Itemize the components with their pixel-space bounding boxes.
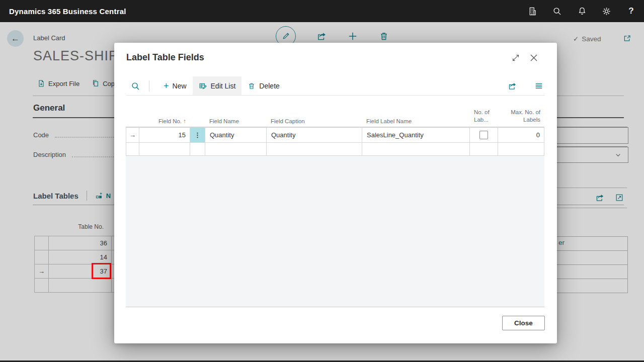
app-title: Dynamics 365 Business Central — [9, 7, 126, 16]
fields-grid: Field No. ↑ Field Name Field Caption Fie… — [126, 106, 544, 307]
field-caption-cell[interactable] — [267, 143, 362, 156]
dialog-toolbar: + New Edit List Delete — [114, 76, 557, 96]
no-of-labels-header[interactable]: No. ofLab... — [470, 109, 498, 124]
max-no-of-labels-cell[interactable]: 0 — [498, 127, 544, 143]
new-button[interactable]: + New — [157, 76, 193, 96]
current-row-arrow-icon: → — [129, 131, 136, 139]
grid-header-row: Field No. ↑ Field Name Field Caption Fie… — [126, 106, 544, 127]
no-of-labels-cell — [470, 127, 498, 143]
grid-empty-area — [126, 156, 544, 307]
label-table-fields-dialog: Label Table Fields + New Edit List Delet… — [114, 43, 557, 343]
grid-data-row: → 15 ⋮ Quantity Quantity SalesLine_Quant… — [126, 127, 544, 143]
row-indicator-cell: → — [126, 127, 139, 143]
max-no-of-labels-header[interactable]: Max. No. ofLabels — [498, 109, 544, 124]
row-options-icon: ⋮ — [194, 131, 201, 139]
topbar-icon-group: ? — [528, 7, 644, 16]
field-no-cell[interactable] — [139, 143, 190, 156]
max-no-of-labels-cell[interactable] — [498, 143, 544, 156]
field-no-cell[interactable]: 15 — [139, 127, 190, 143]
click-highlight-annotation — [92, 263, 111, 279]
field-caption-header[interactable]: Field Caption — [267, 118, 362, 124]
close-icon[interactable] — [529, 53, 539, 63]
field-caption-cell[interactable]: Quantity — [267, 127, 362, 143]
top-navigation-bar: Dynamics 365 Business Central ? — [0, 0, 644, 22]
app-window: Dynamics 365 Business Central ? ← Label … — [0, 0, 644, 362]
field-label-name-cell[interactable] — [362, 143, 470, 156]
no-of-labels-cell — [470, 143, 498, 156]
row-options-cell[interactable]: ⋮ — [190, 127, 205, 143]
toolbar-divider — [149, 80, 149, 92]
dialog-title: Label Table Fields — [126, 52, 204, 63]
field-label-name-cell[interactable]: SalesLine_Quantity — [362, 127, 470, 143]
list-view-icon[interactable] — [534, 81, 543, 90]
field-name-cell[interactable]: Quantity — [205, 127, 267, 143]
edit-list-icon — [199, 82, 207, 90]
field-no-header[interactable]: Field No. ↑ — [139, 118, 190, 124]
close-button[interactable]: Close — [502, 316, 545, 330]
edit-list-label: Edit List — [211, 82, 236, 90]
notifications-icon[interactable] — [577, 7, 587, 16]
row-indicator-cell — [126, 143, 139, 156]
no-of-labels-checkbox[interactable] — [479, 131, 488, 139]
plus-icon: + — [164, 81, 169, 90]
new-button-label: New — [173, 82, 187, 90]
field-name-cell[interactable] — [205, 143, 267, 156]
field-name-header[interactable]: Field Name — [205, 118, 267, 124]
sort-ascending-icon: ↑ — [183, 118, 186, 124]
expand-dialog-icon[interactable] — [511, 53, 520, 62]
page-background: ← Label Card SALES-SHIP ✓ Saved Export F… — [0, 22, 644, 362]
field-label-name-header[interactable]: Field Label Name — [362, 118, 470, 124]
settings-gear-icon[interactable] — [602, 7, 611, 16]
company-icon[interactable] — [528, 7, 537, 16]
row-options-cell[interactable] — [190, 143, 205, 156]
trash-icon — [248, 82, 256, 90]
grid-empty-row — [126, 143, 544, 156]
help-icon[interactable]: ? — [626, 7, 636, 16]
delete-button[interactable]: Delete — [242, 76, 285, 96]
search-icon[interactable] — [552, 7, 562, 16]
share-icon[interactable] — [508, 81, 517, 91]
edit-list-button[interactable]: Edit List — [193, 76, 242, 96]
search-icon[interactable] — [131, 81, 140, 91]
delete-label: Delete — [259, 82, 279, 90]
